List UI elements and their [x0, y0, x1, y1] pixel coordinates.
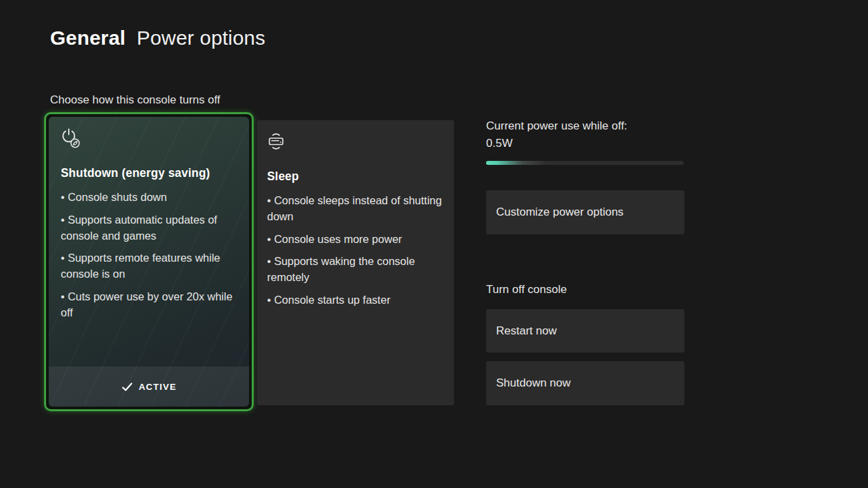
shutdown-bullet: Cuts power use by over 20x while off	[61, 289, 237, 321]
sleep-bullet: Supports waking the console remotely	[267, 254, 444, 286]
sleep-card-body: Sleep Console sleeps instead of shutting…	[257, 120, 454, 405]
page-title: General Power options	[50, 27, 265, 49]
current-power-use-label: Current power use while off:	[486, 119, 627, 133]
shutdown-bullet: Console shuts down	[61, 190, 237, 206]
active-status-badge: ACTIVE	[49, 367, 249, 407]
shutdown-card-surface: Shutdown (energy saving) Console shuts d…	[49, 117, 249, 407]
shutdown-bullet: Supports remote features while console i…	[61, 250, 237, 282]
shutdown-option-card[interactable]: Shutdown (energy saving) Console shuts d…	[44, 112, 254, 411]
sleep-bullet-list: Console sleeps instead of shutting down …	[267, 193, 444, 308]
sleep-option-card[interactable]: Sleep Console sleeps instead of shutting…	[257, 120, 454, 405]
shutdown-now-button[interactable]: Shutdown now	[486, 361, 684, 405]
active-status-label: ACTIVE	[139, 382, 177, 392]
power-use-meter	[486, 161, 684, 165]
checkmark-icon	[122, 381, 133, 393]
power-use-meter-fill	[486, 161, 546, 165]
page-title-section: General	[50, 27, 126, 49]
console-wake-signal-icon	[267, 131, 287, 152]
customize-power-options-button[interactable]: Customize power options	[486, 190, 684, 234]
power-options-screen: General Power options Choose how this co…	[0, 0, 868, 488]
sleep-card-title: Sleep	[267, 170, 444, 184]
shutdown-card-body: Shutdown (energy saving) Console shuts d…	[49, 117, 249, 367]
turn-off-console-label: Turn off console	[486, 283, 567, 296]
sleep-bullet: Console sleeps instead of shutting down	[267, 193, 444, 225]
restart-now-button[interactable]: Restart now	[486, 309, 684, 352]
power-energy-saving-icon	[61, 128, 81, 149]
shutdown-bullet-list: Console shuts down Supports automatic up…	[61, 190, 237, 320]
sleep-bullet: Console uses more power	[267, 232, 444, 248]
page-title-page: Power options	[137, 27, 266, 49]
shutdown-card-title: Shutdown (energy saving)	[61, 166, 237, 180]
current-power-use-value: 0.5W	[486, 137, 513, 150]
sleep-bullet: Console starts up faster	[267, 292, 444, 308]
shutdown-bullet: Supports automatic updates of console an…	[61, 212, 237, 244]
choose-console-off-label: Choose how this console turns off	[50, 93, 220, 107]
